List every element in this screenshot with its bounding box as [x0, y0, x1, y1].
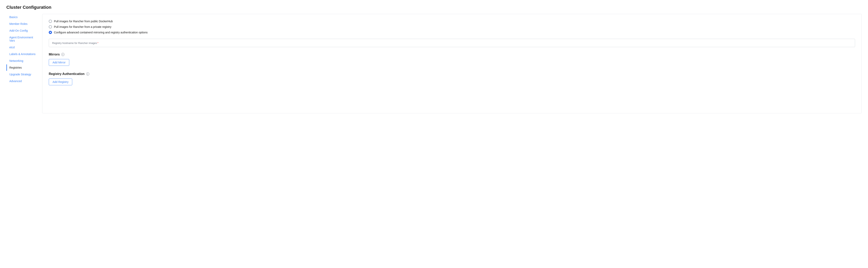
sidebar-item-upgrade-strategy[interactable]: Upgrade Strategy: [6, 71, 39, 77]
sidebar-item-networking[interactable]: Networking: [6, 58, 39, 64]
radio-option-0[interactable]: Pull images for Rancher from public Dock…: [49, 20, 855, 23]
sidebar-item-advanced[interactable]: Advanced: [6, 78, 39, 84]
registry-auth-section: Registry Authentication i Add Registry: [49, 72, 855, 85]
sidebar-item-member-roles[interactable]: Member Roles: [6, 21, 39, 27]
mirrors-section-title: Mirrors i: [49, 53, 855, 56]
sidebar-item-registries[interactable]: Registries: [6, 64, 39, 71]
registry-hostname-input-container[interactable]: Registry hostname for Rancher images*: [49, 39, 855, 47]
add-mirror-button[interactable]: Add Mirror: [49, 59, 69, 66]
sidebar-item-add-on-config[interactable]: Add-On Config: [6, 27, 39, 34]
radio-option-1[interactable]: Pull images for Rancher from a private r…: [49, 25, 855, 28]
page-title: Cluster Configuration: [6, 5, 862, 10]
mirrors-info-icon[interactable]: i: [61, 53, 64, 56]
registry-auth-info-icon[interactable]: i: [86, 72, 89, 75]
radio-input-2[interactable]: [49, 31, 52, 34]
radio-input-0[interactable]: [49, 20, 52, 23]
sidebar: BasicsMember RolesAdd-On ConfigAgent Env…: [6, 14, 42, 113]
main-content: Pull images for Rancher from public Dock…: [42, 14, 862, 113]
sidebar-item-basics[interactable]: Basics: [6, 14, 39, 20]
radio-group: Pull images for Rancher from public Dock…: [49, 20, 855, 34]
radio-label-2: Configure advanced containerd mirroring …: [54, 31, 148, 34]
radio-option-2[interactable]: Configure advanced containerd mirroring …: [49, 31, 855, 34]
layout: BasicsMember RolesAdd-On ConfigAgent Env…: [6, 14, 862, 113]
add-registry-button[interactable]: Add Registry: [49, 78, 72, 85]
radio-input-1[interactable]: [49, 25, 52, 28]
sidebar-item-agent-environment-vars[interactable]: Agent Environment Vars: [6, 34, 39, 44]
page-container: Cluster Configuration BasicsMember Roles…: [0, 0, 868, 268]
registry-hostname-label: Registry hostname for Rancher images*: [52, 41, 98, 44]
required-star: *: [97, 41, 98, 44]
mirrors-section: Mirrors i Add Mirror: [49, 53, 855, 66]
sidebar-item-labels---annotations[interactable]: Labels & Annotations: [6, 51, 39, 57]
radio-label-0: Pull images for Rancher from public Dock…: [54, 20, 113, 23]
radio-label-1: Pull images for Rancher from a private r…: [54, 25, 112, 28]
sidebar-item-etcd[interactable]: etcd: [6, 44, 39, 51]
registry-auth-section-title: Registry Authentication i: [49, 72, 855, 76]
